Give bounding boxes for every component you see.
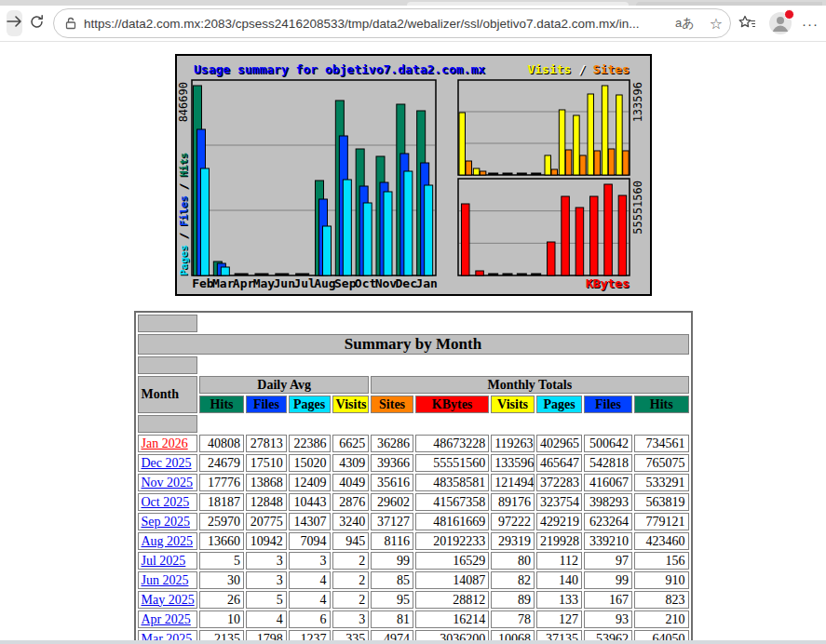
column-header-files: Files: [584, 396, 632, 413]
month-link[interactable]: Oct 2025: [142, 495, 190, 509]
value-cell: 533291: [634, 474, 688, 491]
value-cell: 4: [289, 571, 331, 589]
month-link[interactable]: Sep 2025: [142, 515, 191, 529]
value-cell: 156: [634, 552, 688, 570]
value-cell: 26: [199, 591, 244, 609]
spacer-cell: [138, 415, 198, 433]
value-cell: 12848: [246, 493, 287, 511]
value-cell: 945: [332, 532, 370, 550]
value-cell: 41567358: [415, 493, 489, 511]
address-bar[interactable]: https://data2.com.mx:2083/cpsess24162085…: [53, 8, 731, 38]
value-cell: 97: [584, 552, 632, 570]
value-cell: 36286: [371, 435, 413, 452]
summary-by-month-table: Summary by Month Month Daily Avg Monthly…: [134, 311, 693, 641]
month-cell: Sep 2025: [138, 513, 198, 530]
month-cell: Aug 2025: [138, 532, 198, 550]
value-cell: 465647: [536, 454, 582, 472]
month-cell: Nov 2025: [138, 474, 198, 491]
value-cell: 13660: [199, 532, 244, 550]
table-title-row: Summary by Month: [138, 334, 689, 355]
refresh-button[interactable]: [29, 10, 44, 36]
svg-text:Jun: Jun: [273, 276, 294, 290]
month-link[interactable]: May 2025: [142, 593, 195, 607]
translate-icon[interactable]: aあ: [675, 15, 695, 32]
tab-strip: [0, 0, 826, 6]
column-header-visits: Visits: [332, 396, 370, 413]
table-row: Jan 202640808278132238666253628648673228…: [138, 435, 689, 452]
month-cell: Apr 2025: [138, 610, 198, 628]
svg-text:May: May: [252, 276, 275, 290]
value-cell: 423460: [634, 532, 688, 550]
month-cell: Jun 2025: [138, 571, 198, 589]
svg-text:Feb: Feb: [192, 276, 214, 290]
month-link[interactable]: Jun 2025: [142, 573, 189, 587]
value-cell: 339210: [584, 532, 632, 550]
spacer-cell: [138, 356, 198, 374]
value-cell: 121494: [491, 474, 535, 491]
forward-button[interactable]: [7, 10, 22, 36]
month-cell: Oct 2025: [138, 493, 198, 511]
month-link[interactable]: Nov 2025: [142, 476, 194, 490]
column-header-hits: Hits: [199, 396, 244, 413]
value-cell: 95: [371, 591, 413, 609]
svg-text:Oct: Oct: [354, 276, 375, 290]
value-cell: 210: [634, 610, 688, 628]
table-row: Sep 202525970207751430732403712748161669…: [138, 513, 689, 530]
month-link[interactable]: Dec 2025: [142, 456, 192, 470]
month-link[interactable]: Aug 2025: [142, 534, 194, 548]
value-cell: 15020: [289, 454, 331, 472]
spacer-cell: [138, 315, 198, 332]
svg-text:Jan: Jan: [415, 276, 437, 290]
value-cell: 10942: [246, 532, 287, 550]
value-cell: 402965: [536, 435, 582, 452]
value-cell: 13868: [246, 474, 287, 491]
svg-text:Aug: Aug: [314, 276, 335, 290]
value-cell: 29602: [371, 493, 413, 511]
value-cell: 4049: [332, 474, 370, 491]
month-cell: Jan 2026: [138, 435, 198, 452]
svg-text:133596: 133596: [631, 82, 644, 122]
column-header-kbytes: KBytes: [415, 396, 489, 413]
month-link[interactable]: Jul 2025: [142, 554, 186, 568]
table-row: Apr 20251046381162147812793210: [138, 610, 689, 628]
value-cell: 55551560: [415, 454, 489, 472]
value-cell: 80: [491, 552, 535, 570]
active-tab-hint[interactable]: [407, 2, 629, 6]
value-cell: 16214: [415, 610, 489, 628]
favorite-star-icon[interactable]: ☆: [710, 15, 723, 33]
monthly-totals-header: Monthly Totals: [371, 376, 688, 394]
month-link[interactable]: Apr 2025: [142, 612, 191, 626]
svg-text:846690: 846690: [177, 82, 190, 122]
settings-menu-icon[interactable]: ···: [802, 16, 819, 32]
month-cell: May 2025: [138, 591, 198, 609]
value-cell: 133596: [491, 454, 535, 472]
value-cell: 563819: [634, 493, 688, 511]
table-row: Oct 202518187128481044328762960241567358…: [138, 493, 689, 511]
value-cell: 765075: [634, 454, 688, 472]
value-cell: 81: [371, 610, 413, 628]
profile-avatar[interactable]: [768, 11, 792, 35]
month-link[interactable]: Jan 2026: [142, 436, 188, 450]
spacer-row: [138, 315, 689, 332]
value-cell: 18187: [199, 493, 244, 511]
collections-icon[interactable]: [738, 15, 756, 32]
column-header-pages: Pages: [536, 396, 582, 413]
value-cell: 133: [536, 591, 582, 609]
usage-summary-chart: FebMarAprMayJunJulAugSepOctNovDecJanUsag…: [175, 54, 652, 296]
value-cell: 12409: [289, 474, 331, 491]
url-text[interactable]: https://data2.com.mx:2083/cpsess24162085…: [84, 17, 668, 31]
value-cell: 97222: [491, 513, 535, 530]
daily-avg-header: Daily Avg: [199, 376, 369, 394]
value-cell: 542818: [584, 454, 632, 472]
column-header-row: HitsFilesPagesVisitsSitesKBytesVisitsPag…: [138, 396, 689, 413]
inactive-tab-hint[interactable]: [636, 2, 822, 6]
value-cell: 2: [332, 552, 370, 570]
value-cell: 37127: [371, 513, 413, 530]
table-row: Jul 2025533299165298011297156: [138, 552, 689, 570]
lock-icon[interactable]: [65, 17, 76, 30]
svg-text:Pages / Files / Hits: Pages / Files / Hits: [178, 153, 190, 276]
value-cell: 10443: [289, 493, 331, 511]
value-cell: 24679: [199, 454, 244, 472]
value-cell: 219928: [536, 532, 582, 550]
svg-text:Visits / Sites: Visits / Sites: [527, 62, 630, 76]
